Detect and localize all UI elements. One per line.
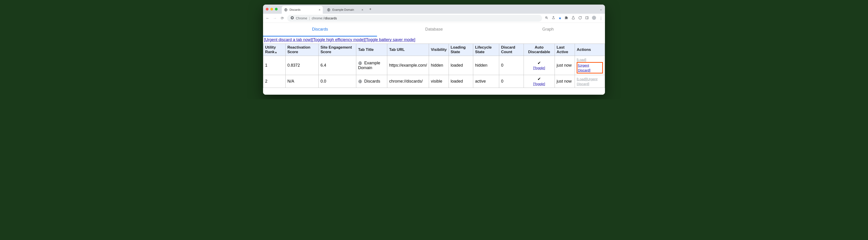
col-reactivation-score[interactable]: Reactivation Score [285, 44, 318, 56]
cell-site-engagement: 0.0 [318, 75, 356, 88]
urgent-discard-action-link[interactable]: [Urgent Discard] [578, 63, 590, 72]
url-protocol: chrome:// [312, 17, 325, 20]
update-icon[interactable] [578, 16, 582, 20]
back-button[interactable]: ← [265, 16, 270, 20]
profile-avatar[interactable] [592, 16, 596, 21]
window-controls [266, 8, 278, 10]
close-window-button[interactable] [266, 8, 269, 10]
svg-point-3 [291, 17, 293, 19]
cell-visibility: hidden [429, 56, 449, 75]
col-tab-url[interactable]: Tab URL [387, 44, 429, 56]
col-site-engagement[interactable]: Site Engagement Score [318, 44, 356, 56]
content-tabs: Discards Database Graph [263, 23, 605, 36]
table-header-row: Utility Rank▲ Reactivation Score Site En… [263, 44, 605, 56]
toggle-high-efficiency-link[interactable]: [Toggle high efficiency mode] [312, 37, 365, 42]
tab-database[interactable]: Database [377, 23, 491, 36]
cell-title: Discards [356, 75, 387, 88]
browser-tab-title: Discards [289, 8, 301, 11]
bookmark-star-icon[interactable]: ★ [558, 16, 561, 20]
load-action-link: [Load] [577, 77, 586, 81]
address-bar[interactable]: Chrome | chrome://discards [287, 15, 542, 22]
close-tab-icon[interactable]: × [319, 8, 320, 12]
toggle-auto-discardable-link[interactable]: [Toggle] [533, 82, 545, 86]
tab-discards[interactable]: Discards [263, 23, 377, 36]
new-tab-button[interactable]: + [367, 7, 373, 11]
cell-rank: 1 [263, 56, 286, 75]
sort-asc-icon: ▲ [275, 51, 277, 54]
cell-last-active: just now [555, 56, 575, 75]
col-auto-discardable[interactable]: Auto Discardable [524, 44, 555, 56]
url-path: discards [325, 17, 337, 20]
close-tab-icon[interactable]: × [362, 8, 363, 12]
globe-icon [358, 61, 362, 65]
cell-discard-count: 0 [499, 75, 524, 88]
check-icon: ✔ [526, 77, 553, 82]
browser-toolbar: ← → ⟳ Chrome | chrome://discards ★ ⋮ [263, 14, 605, 23]
cell-site-engagement: 6.4 [318, 56, 356, 75]
cell-lifecycle: hidden [473, 56, 499, 75]
svg-rect-5 [586, 17, 588, 19]
page-content: Discards Database Graph [Urgent discard … [263, 23, 605, 95]
col-actions[interactable]: Actions [575, 44, 605, 56]
share-icon[interactable] [552, 16, 555, 20]
menu-icon[interactable]: ⋮ [599, 16, 603, 20]
cell-reactivation: 0.8372 [285, 56, 318, 75]
load-action-link: [Load] [577, 58, 586, 62]
col-tab-title[interactable]: Tab Title [356, 44, 387, 56]
labs-icon[interactable] [571, 16, 575, 20]
cell-url: https://example.com/ [387, 56, 429, 75]
cell-rank: 2 [263, 75, 286, 88]
cell-auto-discardable: ✔ [Toggle] [524, 75, 555, 88]
action-links-row: [Urgent discard a tab now][Toggle high e… [263, 36, 605, 43]
browser-tab-title: Example Domain [332, 8, 354, 11]
forward-button[interactable]: → [273, 16, 277, 20]
table-row: 1 0.8372 6.4 Example Domain https://exam… [263, 56, 605, 75]
col-last-active[interactable]: Last Active [555, 44, 575, 56]
chrome-icon [290, 16, 294, 20]
cell-visibility: visible [429, 75, 449, 88]
col-utility-rank[interactable]: Utility Rank▲ [263, 44, 286, 56]
cell-url: chrome://discards/ [387, 75, 429, 88]
toggle-battery-saver-link[interactable]: [Toggle battery saver mode] [365, 37, 415, 42]
globe-icon [327, 8, 331, 12]
toolbar-actions: ★ ⋮ [545, 16, 603, 21]
col-visibility[interactable]: Visibility [429, 44, 449, 56]
cell-lifecycle: active [473, 75, 499, 88]
tab-graph[interactable]: Graph [491, 23, 605, 36]
cell-last-active: just now [555, 75, 575, 88]
reload-button[interactable]: ⟳ [280, 16, 284, 20]
cell-loading: loaded [448, 75, 473, 88]
cell-loading: loaded [448, 56, 473, 75]
col-discard-count[interactable]: Discard Count [499, 44, 524, 56]
globe-icon [284, 8, 288, 12]
discards-table: Utility Rank▲ Reactivation Score Site En… [263, 43, 605, 88]
urgent-discard-highlight: [Urgent Discard] [577, 62, 603, 73]
col-loading-state[interactable]: Loading State [448, 44, 473, 56]
tab-overflow-button[interactable]: ⌄ [600, 7, 602, 11]
toggle-auto-discardable-link[interactable]: [Toggle] [533, 66, 545, 70]
urgent-discard-now-link[interactable]: [Urgent discard a tab now] [264, 37, 312, 42]
check-icon: ✔ [526, 60, 553, 65]
browser-tab-discards[interactable]: Discards × [282, 6, 323, 14]
cell-title: Example Domain [356, 56, 387, 75]
browser-window: Discards × Example Domain × + ⌄ ← → ⟳ Ch… [263, 5, 605, 95]
cell-auto-discardable: ✔ [Toggle] [524, 56, 555, 75]
globe-icon [358, 80, 362, 84]
cell-reactivation: N/A [285, 75, 318, 88]
col-lifecycle-state[interactable]: Lifecycle State [473, 44, 499, 56]
extensions-icon[interactable] [565, 16, 568, 20]
cell-actions: [Load][Urgent Discard] [575, 56, 605, 75]
maximize-window-button[interactable] [275, 8, 278, 10]
zoom-icon[interactable] [545, 16, 549, 20]
cell-actions: [Load][Urgent Discard] [575, 75, 605, 88]
table-row: 2 N/A 0.0 Discards chrome://discards/ vi… [263, 75, 605, 88]
minimize-window-button[interactable] [270, 8, 273, 10]
sidepanel-icon[interactable] [585, 16, 589, 20]
cell-discard-count: 0 [499, 56, 524, 75]
window-titlebar: Discards × Example Domain × + ⌄ [263, 5, 605, 14]
browser-tab-example[interactable]: Example Domain × [324, 6, 366, 14]
page-context-label: Chrome [296, 17, 307, 20]
